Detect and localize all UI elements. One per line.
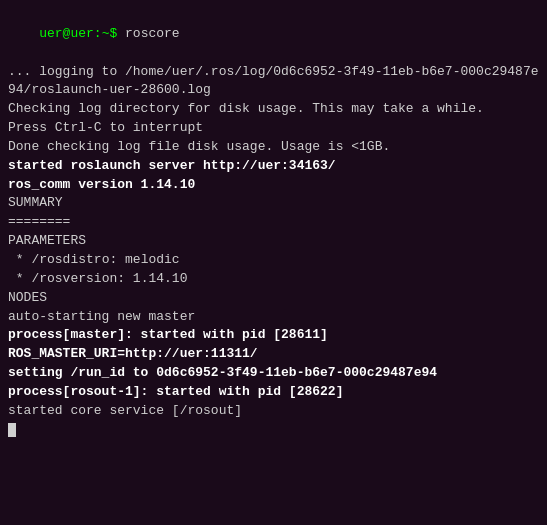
terminal-line-disk-check: Checking log directory for disk usage. T… — [8, 100, 539, 119]
terminal-line-ros-comm: ros_comm version 1.14.10 — [8, 176, 539, 195]
terminal-line-started-core: started core service [/rosout] — [8, 402, 539, 421]
terminal-line-setting-run-id: setting /run_id to 0d6c6952-3f49-11eb-b6… — [8, 364, 539, 383]
terminal-line-auto-starting: auto-starting new master — [8, 308, 539, 327]
terminal-line-log-path: ... logging to /home/uer/.ros/log/0d6c69… — [8, 63, 539, 101]
terminal-line-rosversion: * /rosversion: 1.14.10 — [8, 270, 539, 289]
terminal-line-summary: SUMMARY — [8, 194, 539, 213]
terminal-line-ctrl-c: Press Ctrl-C to interrupt — [8, 119, 539, 138]
command: roscore — [117, 26, 179, 41]
terminal-line-disk-done: Done checking log file disk usage. Usage… — [8, 138, 539, 157]
terminal-line-roslaunch-server: started roslaunch server http://uer:3416… — [8, 157, 539, 176]
terminal-line-process-rosout: process[rosout-1]: started with pid [286… — [8, 383, 539, 402]
terminal-line-process-master: process[master]: started with pid [28611… — [8, 326, 539, 345]
terminal-output: ... logging to /home/uer/.ros/log/0d6c69… — [8, 63, 539, 440]
terminal-line-nodes: NODES — [8, 289, 539, 308]
prompt-line: uer@uer:~$ roscore — [8, 6, 539, 63]
terminal-line-equals: ======== — [8, 213, 539, 232]
cursor — [8, 423, 16, 437]
prompt: uer@uer:~$ — [39, 26, 117, 41]
terminal-window: uer@uer:~$ roscore ... logging to /home/… — [0, 0, 547, 525]
terminal-line-rosdistro: * /rosdistro: melodic — [8, 251, 539, 270]
terminal-line-parameters: PARAMETERS — [8, 232, 539, 251]
cursor-line — [8, 421, 539, 440]
terminal-line-ros-master-uri: ROS_MASTER_URI=http://uer:11311/ — [8, 345, 539, 364]
